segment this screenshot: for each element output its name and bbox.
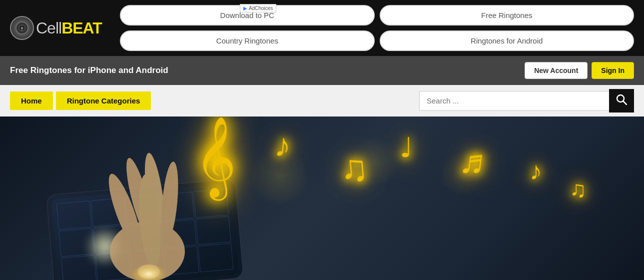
music-note-3: ♩ bbox=[400, 132, 413, 164]
nav-bar: Home Ringtone Categories bbox=[0, 85, 644, 116]
music-note-6: ♫ bbox=[570, 176, 587, 202]
music-note-1: ♪ bbox=[273, 126, 293, 165]
music-note-2: ♫ bbox=[338, 146, 370, 191]
logo-icon: ♪ bbox=[10, 16, 34, 40]
home-tab[interactable]: Home bbox=[10, 92, 53, 110]
new-account-button[interactable]: New Account bbox=[525, 62, 588, 79]
hand-svg bbox=[25, 122, 275, 280]
adchoices-icon: ▶ bbox=[243, 6, 247, 11]
logo-text: CellBEAT bbox=[36, 19, 102, 38]
auth-buttons: New Account Sign In bbox=[525, 62, 634, 79]
hand-area bbox=[0, 116, 350, 280]
search-area bbox=[419, 89, 634, 112]
search-button[interactable] bbox=[609, 89, 634, 112]
music-note-4: ♬ bbox=[457, 140, 489, 184]
free-ringtones-button[interactable]: Free Ringtones bbox=[380, 5, 635, 26]
site-tagline: Free Ringtones for iPhone and Android bbox=[10, 66, 168, 76]
svg-text:♪: ♪ bbox=[20, 26, 23, 32]
search-input[interactable] bbox=[419, 91, 609, 110]
logo[interactable]: ♪ CellBEAT bbox=[10, 16, 110, 40]
adchoices-banner[interactable]: ▶ AdChoices bbox=[240, 4, 276, 12]
ringtones-android-button[interactable]: Ringtones for Android bbox=[380, 30, 635, 51]
treble-clef-icon: 𝄞 bbox=[195, 122, 236, 192]
country-ringtones-button[interactable]: Country Ringtones bbox=[120, 30, 375, 51]
adchoices-label: AdChoices bbox=[249, 6, 273, 11]
top-nav-buttons: Download to PC Free Ringtones Country Ri… bbox=[120, 5, 634, 51]
hero-banner: 𝄞 ♪ ♫ ♩ ♬ ♪ ♫ bbox=[0, 116, 644, 280]
top-bar: ♪ CellBEAT Download to PC Free Ringtones… bbox=[0, 0, 644, 56]
svg-line-5 bbox=[624, 102, 627, 105]
search-icon bbox=[616, 94, 627, 108]
sign-in-button[interactable]: Sign In bbox=[592, 62, 634, 79]
music-note-5: ♪ bbox=[530, 156, 542, 186]
header-bar: Free Ringtones for iPhone and Android Ne… bbox=[0, 56, 644, 85]
ringtone-categories-tab[interactable]: Ringtone Categories bbox=[56, 92, 151, 110]
nav-left: Home Ringtone Categories bbox=[10, 92, 151, 110]
